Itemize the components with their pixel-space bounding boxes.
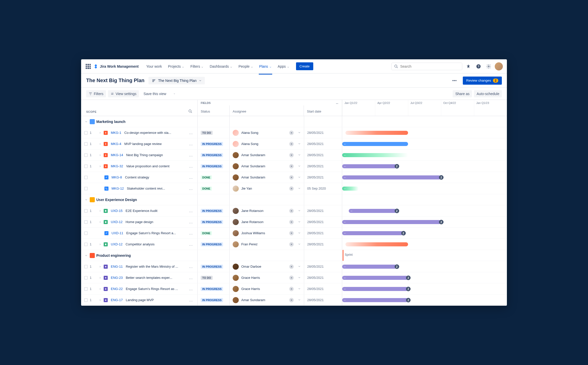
- group-expander[interactable]: [84, 120, 88, 124]
- issue-title[interactable]: Register with the Mars Ministry of ...: [126, 265, 178, 268]
- start-date-cell[interactable]: 28/05/2021: [304, 172, 342, 183]
- status-cell[interactable]: DONE: [198, 228, 230, 239]
- assignee-cell[interactable]: Omar Darboe ×: [230, 261, 304, 272]
- notifications-icon[interactable]: [464, 62, 472, 70]
- gantt-bar[interactable]: ←2: [342, 164, 397, 168]
- row-expander[interactable]: [98, 287, 102, 291]
- assignee-dropdown[interactable]: [298, 153, 301, 157]
- plan-picker[interactable]: The Next Big Thing Plan: [149, 77, 205, 84]
- row-more-button[interactable]: ...: [188, 298, 194, 302]
- assignee-dropdown[interactable]: [298, 187, 301, 191]
- row-expander[interactable]: [98, 220, 102, 224]
- assignee-cell[interactable]: Alana Song ×: [230, 138, 304, 149]
- nav-item-apps[interactable]: Apps: [275, 62, 292, 70]
- assignee-dropdown[interactable]: [298, 231, 301, 235]
- view-settings-button[interactable]: View settings: [108, 90, 139, 97]
- save-view-dropdown[interactable]: [171, 91, 178, 97]
- gantt-bar[interactable]: ←2: [342, 265, 397, 269]
- row-checkbox[interactable]: [84, 265, 88, 268]
- row-checkbox[interactable]: [84, 287, 88, 291]
- unassign-button[interactable]: ×: [289, 220, 294, 224]
- issue-key[interactable]: MKG-8: [112, 175, 122, 179]
- unassign-button[interactable]: ×: [289, 164, 294, 169]
- row-more-button[interactable]: ...: [188, 153, 194, 157]
- gantt-bar[interactable]: [345, 131, 408, 135]
- status-cell[interactable]: IN PROGRESS: [198, 261, 230, 272]
- scope-search-icon[interactable]: [188, 109, 192, 113]
- row-more-button[interactable]: ...: [188, 164, 194, 168]
- collapse-fields-icon[interactable]: ↔: [335, 101, 339, 105]
- row-more-button[interactable]: ...: [188, 231, 194, 235]
- issue-title[interactable]: Co-design experience with sta...: [124, 131, 171, 135]
- assignee-dropdown[interactable]: [298, 209, 301, 213]
- assignee-cell[interactable]: Fran Perez ×: [230, 239, 304, 250]
- issue-title[interactable]: E2E Experience Audit: [125, 209, 157, 213]
- status-cell[interactable]: DONE: [198, 183, 230, 194]
- row-checkbox[interactable]: [84, 131, 88, 135]
- issue-title[interactable]: Competitor analysis: [125, 242, 154, 246]
- unassign-button[interactable]: ×: [289, 242, 294, 247]
- assignee-dropdown[interactable]: [298, 265, 301, 269]
- row-more-button[interactable]: ...: [188, 276, 194, 280]
- start-date-cell[interactable]: 28/05/2021: [304, 239, 342, 250]
- row-checkbox[interactable]: [84, 176, 88, 179]
- gantt-bar[interactable]: ←2: [342, 220, 441, 224]
- row-more-button[interactable]: ...: [188, 287, 194, 291]
- status-cell[interactable]: DONE: [198, 172, 230, 183]
- issue-title[interactable]: Engage Saturn's Rings Resort a...: [126, 231, 176, 235]
- user-avatar[interactable]: [495, 62, 503, 70]
- row-checkbox[interactable]: [84, 209, 88, 213]
- issue-title[interactable]: Engage Saturn's Rings Resort as ...: [126, 287, 178, 291]
- assignee-cell[interactable]: Jane Rotanson ×: [230, 216, 304, 227]
- gantt-bar[interactable]: ←2: [342, 298, 408, 302]
- row-expander[interactable]: [98, 164, 102, 168]
- gantt-bar[interactable]: ←2: [342, 276, 408, 280]
- search-input[interactable]: [400, 64, 460, 68]
- assignee-dropdown[interactable]: [298, 164, 301, 168]
- start-date-cell[interactable]: 28/05/2021: [304, 216, 342, 227]
- unassign-button[interactable]: ×: [289, 231, 294, 235]
- assignee-cell[interactable]: Jie Yan ×: [230, 183, 304, 194]
- row-more-button[interactable]: ...: [188, 175, 194, 179]
- issue-key[interactable]: MKG-1: [111, 131, 121, 135]
- unassign-button[interactable]: ×: [289, 276, 294, 280]
- unassign-button[interactable]: ×: [289, 209, 294, 213]
- issue-key[interactable]: UXD-15: [111, 209, 122, 213]
- issue-title[interactable]: Next Big Thing campaign: [126, 153, 163, 157]
- assignee-dropdown[interactable]: [298, 287, 301, 291]
- start-date-cell[interactable]: 05 Sep 2020: [304, 183, 342, 194]
- row-more-button[interactable]: ...: [188, 187, 194, 191]
- issue-key[interactable]: UXD-11: [112, 231, 123, 235]
- assignee-dropdown[interactable]: [298, 242, 301, 246]
- row-expander[interactable]: [98, 276, 102, 280]
- issue-title[interactable]: Value proposition and content: [126, 164, 170, 168]
- status-cell[interactable]: IN PROGRESS: [198, 138, 230, 149]
- status-cell[interactable]: IN PROGRESS: [198, 239, 230, 250]
- gantt-bar[interactable]: ←2: [342, 175, 441, 179]
- row-expander[interactable]: [98, 209, 102, 213]
- row-more-button[interactable]: ...: [188, 265, 194, 269]
- save-view-button[interactable]: Save this view: [141, 90, 169, 97]
- assignee-dropdown[interactable]: [298, 131, 301, 135]
- assignee-cell[interactable]: Amar Sundaram ×: [230, 172, 304, 183]
- issue-title[interactable]: Stakeholder content revi...: [127, 187, 165, 190]
- row-checkbox[interactable]: [84, 298, 88, 302]
- row-checkbox[interactable]: [84, 165, 88, 168]
- start-date-cell[interactable]: 28/05/2021: [304, 283, 342, 294]
- assignee-cell[interactable]: Joshua Williams ×: [230, 228, 304, 239]
- start-date-cell[interactable]: 28/05/2021: [304, 127, 342, 138]
- status-cell[interactable]: IN PROGRESS: [198, 161, 230, 172]
- status-cell[interactable]: IN PROGRESS: [198, 295, 230, 305]
- gantt-bar[interactable]: ←: [342, 187, 359, 191]
- filters-button[interactable]: Filters: [86, 90, 106, 97]
- row-more-button[interactable]: ...: [188, 142, 194, 146]
- row-checkbox[interactable]: [84, 142, 88, 146]
- issue-key[interactable]: UXD-12: [111, 242, 122, 246]
- issue-title[interactable]: MVP landing page review: [124, 142, 161, 146]
- assignee-dropdown[interactable]: [298, 298, 301, 302]
- row-expander[interactable]: [98, 153, 102, 157]
- row-expander[interactable]: [98, 242, 102, 246]
- gantt-bar[interactable]: ←: [342, 142, 408, 146]
- row-checkbox[interactable]: [84, 153, 88, 157]
- row-checkbox[interactable]: [84, 243, 88, 246]
